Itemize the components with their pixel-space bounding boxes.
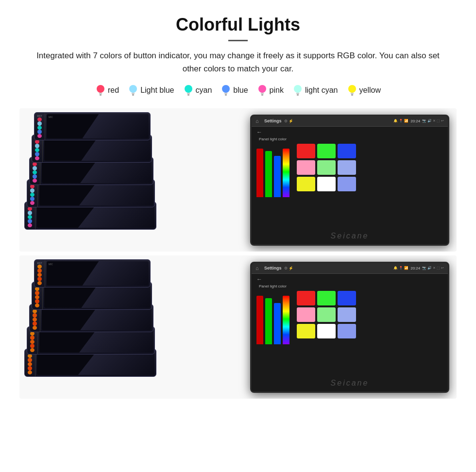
color-swatch[interactable] (317, 144, 336, 158)
color-indicators: redLight bluecyanbluepinklight cyanyello… (19, 84, 457, 97)
unit-button[interactable] (37, 277, 42, 281)
color-bar (256, 149, 263, 197)
unit-button[interactable] (35, 140, 39, 144)
unit-button[interactable] (30, 340, 34, 344)
unit-button[interactable] (37, 130, 42, 134)
unit-button[interactable] (30, 193, 34, 197)
unit-button[interactable] (30, 185, 34, 188)
color-swatch[interactable] (317, 291, 336, 305)
unit-button[interactable] (37, 118, 42, 121)
back-arrow-bottom[interactable]: ← (256, 276, 443, 283)
svg-point-0 (97, 85, 104, 93)
watermark-bottom: Seicane (331, 379, 369, 388)
color-swatch[interactable] (338, 324, 356, 338)
unit-button[interactable] (28, 207, 32, 211)
color-swatch[interactable] (297, 291, 315, 305)
unit-button[interactable] (37, 273, 42, 277)
color-item-light-cyan: light cyan (292, 84, 338, 97)
color-swatch[interactable] (297, 177, 315, 191)
android-body-top: ← Panel light color (252, 127, 448, 244)
unit-button[interactable] (33, 313, 37, 317)
decorative-shape (83, 261, 149, 286)
unit-button[interactable] (30, 188, 34, 192)
android-topbar-bottom: ⌂ Settings ⚙ ⚡ 🔔 📍 📶 20:24 📷 🔊 ✕ ⬚ ↩ (252, 263, 448, 274)
title-divider (228, 40, 248, 41)
color-swatch[interactable] (297, 324, 315, 338)
unit-button[interactable] (30, 344, 34, 348)
unit-button[interactable] (30, 336, 34, 339)
unit-button[interactable] (37, 121, 42, 125)
unit-button[interactable] (28, 371, 32, 374)
color-swatch[interactable] (297, 160, 315, 175)
color-grid-bottom (297, 291, 356, 388)
decorative-shape (83, 114, 149, 138)
unit-button[interactable] (33, 162, 37, 166)
unit-button[interactable] (35, 152, 39, 156)
unit-button[interactable] (37, 269, 42, 272)
unit-button[interactable] (33, 174, 37, 178)
vertical-bars-bottom (256, 291, 289, 344)
unit-button[interactable] (28, 362, 32, 366)
unit-button[interactable] (37, 281, 42, 285)
unit-button[interactable] (30, 348, 34, 352)
unit-button[interactable] (35, 291, 39, 295)
color-bar (265, 298, 272, 344)
unit-button[interactable] (35, 295, 39, 299)
unit-button[interactable] (33, 326, 37, 330)
unit-button[interactable] (35, 156, 39, 160)
color-swatch[interactable] (338, 291, 356, 305)
unit-button[interactable] (28, 223, 32, 227)
svg-rect-5 (132, 94, 134, 96)
unit-button[interactable] (28, 219, 32, 223)
color-swatch[interactable] (297, 307, 315, 322)
description-text: Integrated with 7 colors of button indic… (29, 49, 447, 75)
svg-point-6 (185, 85, 192, 93)
color-swatch[interactable] (338, 144, 356, 158)
unit-button[interactable] (37, 134, 42, 138)
color-bar (274, 303, 281, 344)
back-arrow-top[interactable]: ← (256, 129, 443, 135)
color-item-cyan: cyan (183, 84, 212, 97)
color-swatch[interactable] (338, 160, 356, 175)
svg-rect-10 (224, 93, 227, 94)
button-column: RST (34, 113, 45, 140)
devices-wrapper: RSTMICRSTMICRSTMICRSTMICRSTMIC ⌂ Setting… (19, 108, 457, 399)
unit-button[interactable] (35, 303, 39, 307)
unit-button[interactable] (30, 332, 34, 336)
unit-button[interactable] (28, 211, 32, 215)
color-swatch[interactable] (317, 307, 336, 322)
color-label-cyan: cyan (196, 86, 212, 95)
screen-inner-bottom: ⌂ Settings ⚙ ⚡ 🔔 📍 📶 20:24 📷 🔊 ✕ ⬚ ↩ ← P (252, 263, 448, 391)
unit-button[interactable] (35, 287, 39, 291)
panel-controls-top (256, 144, 443, 241)
unit-button[interactable] (28, 354, 32, 358)
unit-button[interactable] (35, 144, 39, 148)
color-swatch[interactable] (317, 324, 336, 338)
unit-button[interactable] (33, 321, 37, 325)
unit-button[interactable] (30, 197, 34, 201)
unit-button[interactable] (35, 148, 39, 152)
unit-button[interactable] (33, 309, 37, 313)
unit-button[interactable] (37, 126, 42, 130)
color-swatch[interactable] (317, 177, 336, 191)
unit-button[interactable] (28, 215, 32, 219)
bulb-icon-blue (221, 84, 231, 97)
color-swatch[interactable] (338, 177, 356, 191)
color-item-blue: blue (221, 84, 248, 97)
screen-time-bottom: 20:24 (410, 266, 420, 270)
color-label-blue: blue (233, 86, 248, 95)
page-title: Colorful Lights (19, 15, 457, 35)
unit-button[interactable] (35, 299, 39, 303)
unit-button[interactable] (33, 179, 37, 183)
unit-button[interactable] (28, 366, 32, 370)
color-swatch[interactable] (338, 307, 356, 322)
unit-button[interactable] (33, 166, 37, 170)
unit-button[interactable] (33, 318, 37, 321)
svg-rect-14 (261, 94, 263, 96)
color-swatch[interactable] (297, 144, 315, 158)
unit-button[interactable] (30, 201, 34, 205)
unit-button[interactable] (37, 265, 42, 269)
color-swatch[interactable] (317, 160, 336, 175)
unit-button[interactable] (28, 358, 32, 362)
unit-button[interactable] (33, 170, 37, 174)
